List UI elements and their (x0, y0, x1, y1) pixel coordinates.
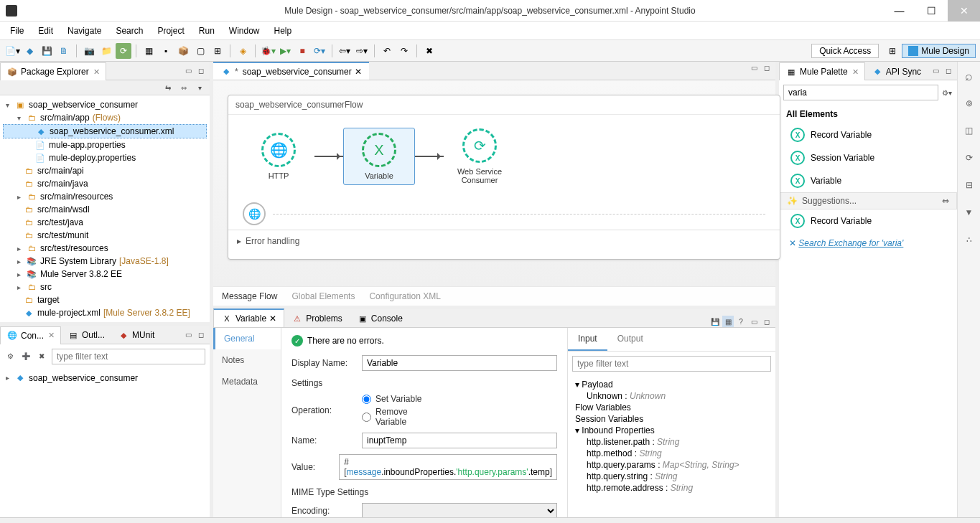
palette-exchange-search[interactable]: ✕ Search Exchange for 'varia' (779, 232, 957, 254)
folder-target[interactable]: 🗀target (3, 293, 207, 306)
editor-tab-message-flow[interactable]: Message Flow (222, 291, 277, 301)
menu-window[interactable]: Window (222, 23, 267, 39)
perspective-mule-design[interactable]: Mule Design (902, 44, 976, 58)
menu-search[interactable]: Search (108, 23, 150, 39)
stop-btn[interactable]: ■ (294, 43, 310, 59)
meta-inbound-item[interactable]: http.listener.path : String (575, 436, 768, 448)
editor-tab-consumer[interactable]: ◆ * soap_webservice_consumer ✕ (213, 62, 369, 80)
flow-node-http[interactable]: 🌐 HTTP (243, 133, 314, 180)
props-nav-notes[interactable]: Notes (213, 349, 281, 371)
editor-tab-global-elements[interactable]: Global Elements (291, 291, 355, 301)
save-btn[interactable]: 💾 (39, 43, 55, 59)
link-editor-icon[interactable]: ⇔ (178, 82, 190, 93)
gutter-cycle-icon[interactable]: ⟳ (962, 151, 976, 165)
layout-btn[interactable]: ▦ (141, 43, 157, 59)
meta-inbound-item[interactable]: http.method : String (575, 448, 768, 459)
radio-set-variable[interactable]: Set Variable (362, 394, 426, 404)
refresh-view-btn[interactable]: ⟳ (116, 43, 131, 59)
flow-node-ws-consumer[interactable]: ⟳ Web Service Consumer (444, 128, 515, 184)
meta-payload[interactable]: ▾ Payload (575, 379, 768, 390)
close-icon[interactable]: ✕ (48, 331, 55, 340)
connections-filter-input[interactable] (52, 349, 205, 364)
file-mule-deploy-properties[interactable]: 📄mule-deploy.properties (3, 151, 207, 164)
view-minimize-icon[interactable]: ▭ (182, 329, 194, 340)
view-maximize-icon[interactable]: ◻ (761, 316, 773, 327)
window-close[interactable]: ✕ (948, 0, 980, 22)
collapse-all-icon[interactable]: ⇆ (162, 82, 174, 93)
folder-btn[interactable]: 📁 (98, 43, 114, 59)
gutter-filter-icon[interactable]: ▼ (962, 205, 976, 220)
view-minimize-icon[interactable]: ▭ (748, 316, 760, 327)
view-maximize-icon[interactable]: ◻ (195, 65, 207, 77)
tab-connections[interactable]: 🌐Con...✕ (0, 326, 61, 344)
meta-inbound-item[interactable]: http.query.string : String (575, 471, 768, 482)
nav-fwd[interactable]: ⇨▾ (354, 43, 370, 59)
undo-arrow[interactable]: ↶ (379, 43, 395, 59)
tag-btn[interactable]: ◈ (235, 43, 251, 59)
folder-src-test-java[interactable]: 🗀src/test/java (3, 216, 207, 229)
meta-inbound-item[interactable]: http.query.params : Map<String, String> (575, 459, 768, 471)
meta-tab-input[interactable]: Input (568, 328, 607, 351)
palette-suggestion-record-variable[interactable]: XRecord Variable (779, 209, 957, 232)
editor-tab-config-xml[interactable]: Configuration XML (369, 291, 440, 301)
view-minimize-icon[interactable]: ▭ (182, 65, 194, 77)
window-minimize[interactable]: — (883, 0, 915, 22)
refresh-btn[interactable]: ⟳▾ (312, 43, 327, 59)
menu-project[interactable]: Project (150, 23, 191, 39)
radio-remove-variable[interactable]: Remove Variable (362, 407, 426, 427)
meta-inbound-item[interactable]: http.remote.address : String (575, 482, 768, 494)
error-handling-toggle[interactable]: ▸ Error handling (228, 230, 780, 252)
view-minimize-icon[interactable]: ▭ (748, 62, 760, 73)
meta-inbound[interactable]: ▾ Inbound Properties (575, 425, 768, 436)
display-name-input[interactable] (362, 355, 557, 371)
flow-canvas[interactable]: soap_webservice_consumerFlow 🌐 HTTP X Va… (213, 80, 775, 286)
new-dropdown[interactable]: 📄▾ (4, 43, 20, 59)
view-maximize-icon[interactable]: ◻ (195, 329, 207, 340)
folder-src-main-api[interactable]: 🗀src/main/api (3, 164, 207, 177)
file-mule-app-properties[interactable]: 📄mule-app.properties (3, 138, 207, 151)
meta-filter-input[interactable] (572, 356, 771, 372)
palette-item-session-variable[interactable]: XSession Variable (779, 146, 957, 169)
folder-src-main-resources[interactable]: ▸🗀src/main/resources (3, 190, 207, 203)
view-maximize-icon[interactable]: ◻ (943, 65, 954, 77)
file-consumer-xml[interactable]: ◆soap_webservice_consumer.xml (3, 124, 207, 138)
camera-btn[interactable]: 📷 (81, 43, 97, 59)
folder-src-main-wsdl[interactable]: 🗀src/main/wsdl (3, 203, 207, 216)
open-btn[interactable]: ◆ (22, 43, 37, 59)
menu-run[interactable]: Run (192, 23, 222, 39)
quick-access[interactable]: Quick Access (811, 44, 879, 58)
debug-dropdown[interactable]: 🐞▾ (260, 43, 276, 59)
meta-payload-val[interactable]: Unknown : Unknown (575, 390, 768, 402)
menu-edit[interactable]: Edit (31, 23, 60, 39)
redo-arrow[interactable]: ↷ (396, 43, 412, 59)
gutter-tree-icon[interactable]: ⊟ (962, 178, 976, 192)
close-x[interactable]: ✖ (421, 43, 437, 59)
gutter-select-icon[interactable]: ◫ (962, 123, 976, 138)
folder-src[interactable]: ▸🗀src (3, 281, 207, 293)
file-mule-project-xml[interactable]: ◆mule-project.xml [Mule Server 3.8.2 EE] (3, 306, 207, 319)
save-icon[interactable]: 💾 (709, 316, 721, 327)
menu-help[interactable]: Help (267, 23, 299, 39)
tab-outline[interactable]: ▤Outl... (61, 326, 111, 344)
nav-back[interactable]: ⇦▾ (337, 43, 353, 59)
project-node[interactable]: ▾▣soap_webservice_consumer (3, 98, 207, 111)
delete-icon[interactable]: ✖ (36, 351, 47, 362)
close-icon[interactable]: ✕ (269, 314, 276, 324)
close-icon[interactable]: ✕ (355, 67, 362, 77)
tab-munit[interactable]: ◆MUnit (111, 326, 161, 344)
help-icon[interactable]: ? (735, 316, 747, 327)
view-minimize-icon[interactable]: ▭ (930, 65, 941, 77)
layout-icon[interactable]: ▦ (722, 316, 734, 327)
gutter-search-icon[interactable]: ⌕ (962, 69, 976, 83)
tab-problems[interactable]: ⚠Problems (284, 310, 350, 327)
tab-console[interactable]: ▣Console (350, 310, 410, 327)
encoding-select[interactable] (362, 503, 557, 517)
tab-mule-palette[interactable]: ▦Mule Palette✕ (779, 62, 865, 80)
save-all-btn[interactable]: 🗎 (56, 43, 72, 59)
tab-package-explorer[interactable]: 📦 Package Explorer ✕ (0, 62, 106, 80)
meta-session-vars[interactable]: Session Variables (575, 413, 768, 425)
palette-search-input[interactable] (783, 85, 938, 100)
palette-suggestions-header[interactable]: ✨Suggestions...⇔ (779, 192, 957, 209)
connections-root[interactable]: ▸◆soap_webservice_consumer (3, 372, 207, 385)
pkg-btn[interactable]: 📦 (175, 43, 191, 59)
